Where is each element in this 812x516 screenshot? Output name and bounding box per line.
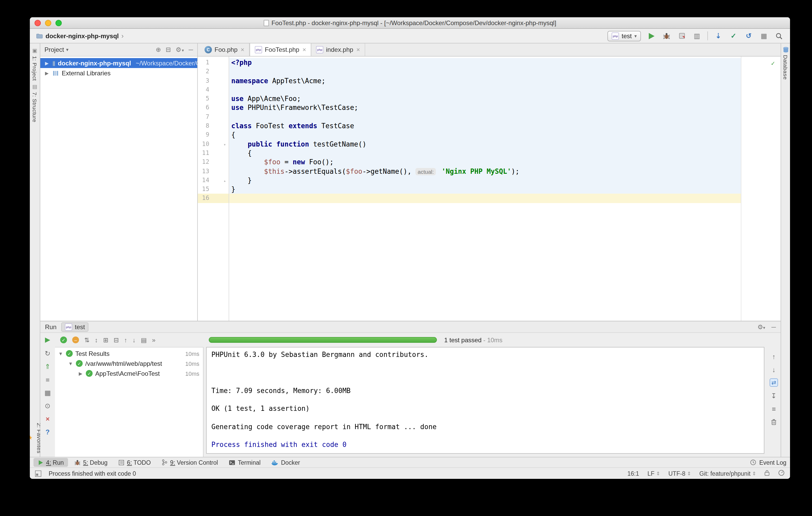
run-settings-button[interactable]: ⚙▾ (757, 323, 765, 331)
next-failed-test-icon[interactable]: ↓ (133, 336, 136, 344)
line-separator-widget[interactable]: LF⇕ (647, 470, 660, 477)
titlebar[interactable]: FooTest.php - docker-nginx-php-mysql - [… (30, 17, 790, 29)
code-line[interactable]: namespace AppTest\Acme; (229, 76, 741, 85)
rerun-failed-tests-icon[interactable]: ↻ (44, 349, 52, 357)
code-area[interactable]: <?php namespace AppTest\Acme; use App\Ac… (229, 57, 781, 321)
locate-icon[interactable]: ⊕ (156, 46, 161, 53)
test-history-icon[interactable]: ▤ (141, 336, 147, 344)
move-down-icon[interactable]: ↓ (770, 365, 778, 374)
tree-expander-icon[interactable]: ▼ (58, 351, 63, 356)
editor-tab-foo-php[interactable]: CFoo.php× (200, 44, 250, 56)
hide-panel-icon[interactable]: ─ (188, 46, 193, 53)
event-log-button[interactable]: Event Log (750, 459, 786, 466)
code-line[interactable]: class FooTest extends TestCase (229, 121, 741, 131)
rerun-button[interactable] (44, 336, 52, 344)
sort-alphabetically-icon[interactable]: ⇅ (84, 336, 89, 344)
editor-tab-index-php[interactable]: phpindex.php× (311, 44, 365, 56)
code-line[interactable]: <?php (229, 58, 741, 67)
tool-tab-terminal[interactable]: Terminal (224, 458, 265, 467)
import-test-results-icon[interactable]: ⇑ (44, 362, 52, 371)
tree-expander-icon[interactable]: ▼ (68, 361, 73, 366)
profile-button[interactable]: ▥ (692, 31, 702, 40)
tool-tab-4-run[interactable]: 4: Run (33, 458, 68, 467)
test-tree-row[interactable]: ▼✓Test Results10ms (55, 348, 203, 359)
code-line[interactable]: use App\Acme\Foo; (229, 94, 741, 103)
code-line[interactable]: public function testGetName() (229, 140, 741, 149)
help-icon[interactable]: ? (44, 428, 52, 436)
zoom-window-button[interactable] (55, 20, 62, 26)
soft-wrap-icon[interactable]: ⇄ (770, 378, 778, 387)
show-ignored-icon[interactable]: – (72, 337, 79, 343)
chevron-down-icon[interactable]: ▾ (66, 47, 68, 52)
encoding-widget[interactable]: UTF-8⇕ (668, 470, 691, 477)
run-button[interactable] (647, 31, 656, 40)
close-icon[interactable]: × (44, 414, 52, 423)
code-line[interactable] (229, 194, 741, 203)
test-tree-row[interactable]: ▶✓AppTest\Acme\FooTest10ms (55, 368, 203, 378)
scroll-to-end-icon[interactable]: ↧ (770, 392, 778, 400)
tool-button-project[interactable]: 1: Project (32, 54, 38, 82)
previous-failed-test-icon[interactable]: ↑ (124, 336, 127, 344)
collapse-all-icon[interactable]: ⊟ (166, 46, 171, 53)
code-line[interactable]: $this->assertEquals($foo->getName(), act… (229, 167, 741, 176)
project-root-row[interactable]: ▶ docker-nginx-php-mysql ~/Workspace/Doc… (40, 58, 197, 68)
indicator-icon[interactable] (778, 469, 785, 477)
navigation-bar[interactable]: docker-nginx-php-mysql › (36, 32, 124, 40)
run-configuration-select[interactable]: php test ▾ (607, 31, 641, 41)
code-line[interactable]: $foo = new Foo(); (229, 158, 741, 167)
restore-layout-icon[interactable]: ▦ (44, 388, 52, 397)
stop-icon[interactable]: ■ (44, 375, 52, 383)
project-panel-title[interactable]: Project (45, 46, 64, 53)
pin-tab-icon[interactable]: ⊙ (44, 401, 52, 410)
code-line[interactable]: } (229, 185, 741, 194)
settings-button[interactable]: ⚙▾ (176, 46, 184, 53)
tool-tab-6-todo[interactable]: 6: TODO (114, 458, 155, 467)
inspections-status-icon[interactable]: ✓ (771, 60, 775, 67)
show-passed-icon[interactable]: ✓ (60, 337, 67, 343)
tool-tab-5-debug[interactable]: 5: Debug (70, 458, 112, 467)
print-icon[interactable]: ≡ (770, 404, 778, 413)
tool-tab-docker[interactable]: Docker (267, 458, 304, 467)
more-actions-icon[interactable]: » (152, 336, 155, 344)
code-line[interactable] (229, 113, 741, 122)
fold-marker-icon[interactable]: ▴ (224, 176, 226, 185)
revert-button[interactable]: ↺ (744, 31, 753, 40)
hide-panel-icon[interactable]: ─ (772, 323, 776, 331)
commit-changes-button[interactable]: ✓ (729, 31, 738, 40)
close-tab-icon[interactable]: × (241, 46, 244, 53)
toggle-toolwindows-icon[interactable] (35, 470, 41, 477)
console-output[interactable]: PHPUnit 6.3.0 by Sebastian Bergmann and … (206, 347, 764, 454)
code-line[interactable] (229, 85, 741, 94)
search-everywhere-button[interactable] (774, 31, 784, 40)
tool-button-database[interactable]: Database (782, 53, 789, 81)
editor-tab-footest-php[interactable]: phpFooTest.php× (250, 44, 311, 56)
debug-button[interactable] (662, 31, 671, 40)
run-tab-test[interactable]: php test (61, 322, 89, 332)
minimize-window-button[interactable] (45, 20, 51, 26)
test-tree-row[interactable]: ▼✓/var/www/html/web/app/test10ms (55, 359, 203, 368)
close-tab-icon[interactable]: × (356, 46, 360, 53)
code-line[interactable]: } (229, 176, 741, 185)
update-project-button[interactable]: ⇣ (714, 31, 723, 40)
expand-all-icon[interactable]: ⊞ (103, 336, 108, 344)
run-with-coverage-button[interactable] (677, 31, 687, 40)
clear-console-icon[interactable] (770, 418, 778, 426)
close-window-button[interactable] (34, 20, 41, 26)
code-line[interactable] (229, 67, 741, 77)
code-line[interactable]: { (229, 149, 741, 158)
code-line[interactable]: { (229, 131, 741, 140)
move-up-icon[interactable]: ↑ (770, 352, 778, 361)
editor[interactable]: 12345678910▾11121314▴1516 <?php namespac… (198, 57, 781, 321)
collapse-all-icon[interactable]: ⊟ (114, 336, 119, 344)
git-branch-widget[interactable]: Git: feature/phpunit⇕ (699, 470, 756, 477)
caret-position-widget[interactable]: 16:1 (627, 470, 639, 477)
tree-expander-icon[interactable]: ▶ (78, 371, 83, 376)
changes-view-button[interactable]: ▦ (759, 31, 768, 40)
code-line[interactable]: use PHPUnit\Framework\TestCase; (229, 103, 741, 113)
close-tab-icon[interactable]: × (302, 46, 306, 53)
sort-by-duration-icon[interactable]: ↕ (95, 336, 98, 344)
fold-marker-icon[interactable]: ▾ (224, 140, 226, 149)
tool-tab-9-version-control[interactable]: 9: Version Control (157, 458, 222, 467)
expand-icon[interactable]: ▶ (45, 60, 50, 66)
expand-icon[interactable]: ▶ (45, 70, 50, 76)
